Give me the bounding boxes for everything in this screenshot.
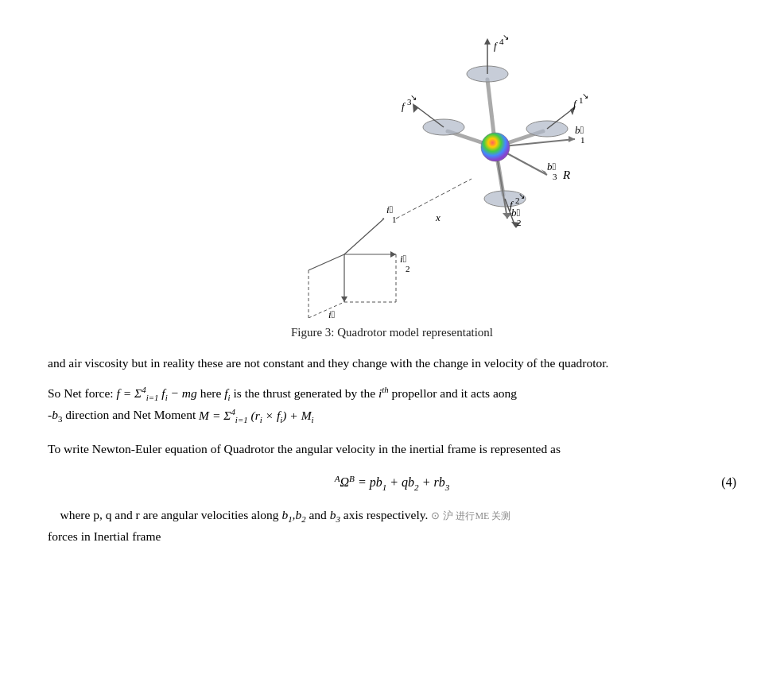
svg-text:b⃗: b⃗ <box>547 161 556 172</box>
svg-text:3: 3 <box>553 172 557 181</box>
svg-text:↘: ↘ <box>518 192 525 200</box>
svg-text:2: 2 <box>517 218 522 227</box>
svg-text:1: 1 <box>392 215 397 224</box>
svg-text:i⃗: i⃗ <box>386 203 393 215</box>
svg-text:x: x <box>435 211 441 223</box>
svg-marker-35 <box>484 38 491 45</box>
page: i⃗ 1 i⃗ 2 i⃗ 3 x <box>0 0 784 682</box>
equation-4-line: AΩB = pb1 + qb2 + rb3 (4) <box>48 474 736 492</box>
svg-text:1: 1 <box>580 135 585 145</box>
svg-line-61 <box>396 179 472 219</box>
svg-text:f: f <box>494 40 499 52</box>
figure-container: i⃗ 1 i⃗ 2 i⃗ 3 x <box>48 0 736 339</box>
svg-marker-28 <box>569 136 575 142</box>
svg-text:i⃗: i⃗ <box>328 308 335 318</box>
paragraph-2: So Net force: f = Σ4i=1 fi − mg here fi … <box>48 383 736 427</box>
svg-marker-10 <box>390 251 396 258</box>
svg-text:2: 2 <box>406 264 410 273</box>
svg-text:↘: ↘ <box>503 33 509 41</box>
svg-text:b⃗: b⃗ <box>511 207 520 219</box>
figure-caption: Figure 3: Quadrotor model representation… <box>291 326 493 339</box>
svg-marker-45 <box>413 103 418 113</box>
svg-text:f: f <box>573 98 578 110</box>
footer-text: forces in Inertial frame <box>48 529 161 543</box>
svg-line-0 <box>344 219 384 254</box>
svg-text:i⃗: i⃗ <box>400 253 406 265</box>
svg-text:R: R <box>562 169 570 181</box>
svg-line-6 <box>309 302 344 318</box>
svg-line-4 <box>309 254 344 270</box>
svg-point-33 <box>481 133 510 161</box>
svg-text:↘: ↘ <box>410 93 417 102</box>
svg-marker-11 <box>341 296 347 302</box>
svg-text:b⃗: b⃗ <box>575 124 584 136</box>
equation-4: AΩB = pb1 + qb2 + rb3 <box>335 474 450 492</box>
equation-number-4: (4) <box>721 475 736 490</box>
quadrotor-diagram: i⃗ 1 i⃗ 2 i⃗ 3 x <box>185 8 599 318</box>
diagram-area: i⃗ 1 i⃗ 2 i⃗ 3 x <box>185 8 599 318</box>
paragraph-3: To write Newton-Euler equation of Quadro… <box>48 440 736 459</box>
paragraph-4: where p, q and r are angular velocities … <box>48 506 736 546</box>
svg-text:↘: ↘ <box>582 91 588 100</box>
paragraph-1: and air viscosity but in reality these a… <box>48 354 736 374</box>
svg-text:f: f <box>402 100 406 112</box>
